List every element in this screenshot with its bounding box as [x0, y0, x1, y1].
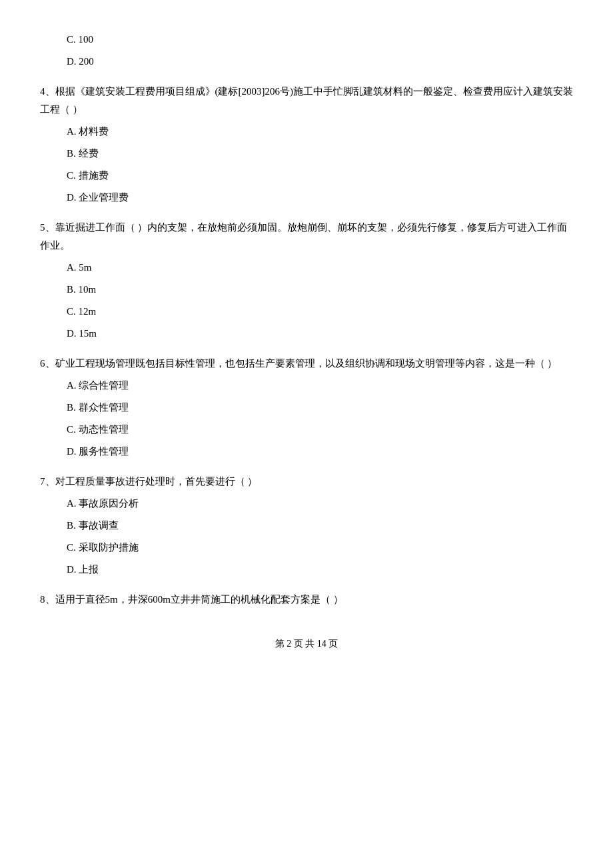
question-6: 6、矿业工程现场管理既包括目标性管理，也包括生产要素管理，以及组织协调和现场文明…: [40, 355, 573, 461]
q7-option-c: C. 采取防护措施: [67, 539, 573, 557]
question-8: 8、适用于直径5m，井深600m立井井筒施工的机械化配套方案是（ ）: [40, 591, 573, 609]
q6-option-b: B. 群众性管理: [67, 399, 573, 417]
q7-option-d: D. 上报: [67, 561, 573, 579]
question-5: 5、靠近掘进工作面（ ）内的支架，在放炮前必须加固。放炮崩倒、崩坏的支架，必须先…: [40, 219, 573, 343]
q4-option-c: C. 措施费: [67, 167, 573, 185]
question-4: 4、根据《建筑安装工程费用项目组成》(建标[2003]206号)施工中手忙脚乱建…: [40, 83, 573, 207]
top-continuation-options: C. 100 D. 200: [40, 31, 573, 71]
question-4-text: 4、根据《建筑安装工程费用项目组成》(建标[2003]206号)施工中手忙脚乱建…: [40, 83, 573, 119]
q4-option-b: B. 经费: [67, 145, 573, 163]
page-footer: 第 2 页 共 14 页: [40, 635, 573, 652]
q7-option-a: A. 事故原因分析: [67, 495, 573, 513]
q4-option-a: A. 材料费: [67, 123, 573, 141]
q5-option-a: A. 5m: [67, 259, 573, 277]
option-d-200: D. 200: [67, 53, 573, 71]
q5-option-b: B. 10m: [67, 281, 573, 299]
q6-option-c: C. 动态性管理: [67, 421, 573, 439]
question-7: 7、对工程质量事故进行处理时，首先要进行（ ） A. 事故原因分析 B. 事故调…: [40, 473, 573, 579]
question-8-text: 8、适用于直径5m，井深600m立井井筒施工的机械化配套方案是（ ）: [40, 591, 573, 609]
q5-option-c: C. 12m: [67, 303, 573, 321]
q5-option-d: D. 15m: [67, 325, 573, 343]
option-c-100: C. 100: [67, 31, 573, 49]
q7-option-b: B. 事故调查: [67, 517, 573, 535]
q6-option-a: A. 综合性管理: [67, 377, 573, 395]
question-5-text: 5、靠近掘进工作面（ ）内的支架，在放炮前必须加固。放炮崩倒、崩坏的支架，必须先…: [40, 219, 573, 255]
question-7-text: 7、对工程质量事故进行处理时，首先要进行（ ）: [40, 473, 573, 491]
q6-option-d: D. 服务性管理: [67, 443, 573, 461]
q4-option-d: D. 企业管理费: [67, 189, 573, 207]
question-6-text: 6、矿业工程现场管理既包括目标性管理，也包括生产要素管理，以及组织协调和现场文明…: [40, 355, 573, 373]
